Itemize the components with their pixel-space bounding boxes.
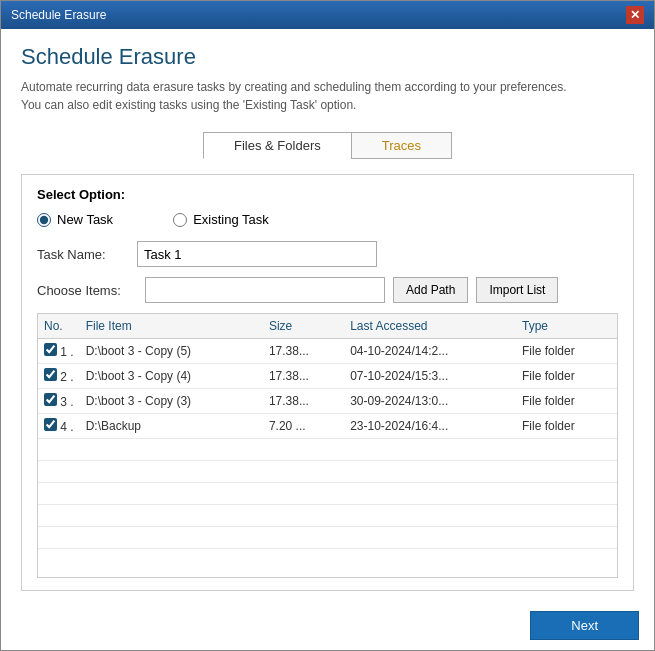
empty-row [38,483,617,505]
col-type: Type [516,314,617,339]
add-path-button[interactable]: Add Path [393,277,468,303]
page-title: Schedule Erasure [21,44,634,70]
row-file-item-0: D:\boot 3 - Copy (5) [80,339,263,364]
description-line1: Automate recurring data erasure tasks by… [21,80,567,94]
radio-existing-task[interactable]: Existing Task [173,212,269,227]
row-file-item-3: D:\Backup [80,414,263,439]
next-button[interactable]: Next [530,611,639,640]
row-checkbox-cell-3: 4 . [38,414,80,439]
row-checkbox-cell-2: 3 . [38,389,80,414]
radio-existing-task-label: Existing Task [193,212,269,227]
row-file-item-1: D:\boot 3 - Copy (4) [80,364,263,389]
col-size: Size [263,314,344,339]
radio-new-task-input[interactable] [37,213,51,227]
empty-row [38,549,617,571]
table-row: 3 . D:\boot 3 - Copy (3) 17.38... 30-09-… [38,389,617,414]
col-last-accessed: Last Accessed [344,314,516,339]
row-checkbox-3[interactable] [44,418,57,431]
row-type-1: File folder [516,364,617,389]
tab-traces[interactable]: Traces [351,132,452,159]
row-file-item-2: D:\boot 3 - Copy (3) [80,389,263,414]
row-type-2: File folder [516,389,617,414]
row-checkbox-0[interactable] [44,343,57,356]
row-checkbox-cell-1: 2 . [38,364,80,389]
import-list-button[interactable]: Import List [476,277,558,303]
task-name-label: Task Name: [37,247,137,262]
col-file-item: File Item [80,314,263,339]
empty-row [38,527,617,549]
empty-row [38,461,617,483]
empty-row [38,439,617,461]
tabs-container: Files & Folders Traces [21,132,634,159]
row-checkbox-2[interactable] [44,393,57,406]
main-window: Schedule Erasure ✕ Schedule Erasure Auto… [0,0,655,651]
main-panel: Select Option: New Task Existing Task Ta… [21,174,634,591]
page-description: Automate recurring data erasure tasks by… [21,78,634,114]
radio-new-task[interactable]: New Task [37,212,113,227]
table-container: No. File Item Size Last Accessed Type 1 … [37,313,618,578]
task-name-input[interactable] [137,241,377,267]
row-last-accessed-3: 23-10-2024/16:4... [344,414,516,439]
choose-items-input[interactable] [145,277,385,303]
choose-items-label: Choose Items: [37,283,137,298]
row-last-accessed-1: 07-10-2024/15:3... [344,364,516,389]
tab-files-folders[interactable]: Files & Folders [203,132,351,159]
close-button[interactable]: ✕ [626,6,644,24]
row-type-0: File folder [516,339,617,364]
items-table: No. File Item Size Last Accessed Type 1 … [38,314,617,571]
row-size-2: 17.38... [263,389,344,414]
choose-items-row: Choose Items: Add Path Import List [37,277,618,303]
row-type-3: File folder [516,414,617,439]
row-last-accessed-0: 04-10-2024/14:2... [344,339,516,364]
title-bar: Schedule Erasure ✕ [1,1,654,29]
table-row: 4 . D:\Backup 7.20 ... 23-10-2024/16:4..… [38,414,617,439]
radio-new-task-label: New Task [57,212,113,227]
select-option-label: Select Option: [37,187,618,202]
content-area: Schedule Erasure Automate recurring data… [1,29,654,601]
description-line2: You can also edit existing tasks using t… [21,98,356,112]
row-checkbox-1[interactable] [44,368,57,381]
row-size-1: 17.38... [263,364,344,389]
row-size-0: 17.38... [263,339,344,364]
radio-group: New Task Existing Task [37,212,618,227]
row-size-3: 7.20 ... [263,414,344,439]
task-name-row: Task Name: [37,241,618,267]
table-header-row: No. File Item Size Last Accessed Type [38,314,617,339]
title-bar-text: Schedule Erasure [11,8,106,22]
col-no: No. [38,314,80,339]
table-row: 2 . D:\boot 3 - Copy (4) 17.38... 07-10-… [38,364,617,389]
footer: Next [1,601,654,650]
radio-existing-task-input[interactable] [173,213,187,227]
row-checkbox-cell-0: 1 . [38,339,80,364]
empty-row [38,505,617,527]
row-last-accessed-2: 30-09-2024/13:0... [344,389,516,414]
table-row: 1 . D:\boot 3 - Copy (5) 17.38... 04-10-… [38,339,617,364]
